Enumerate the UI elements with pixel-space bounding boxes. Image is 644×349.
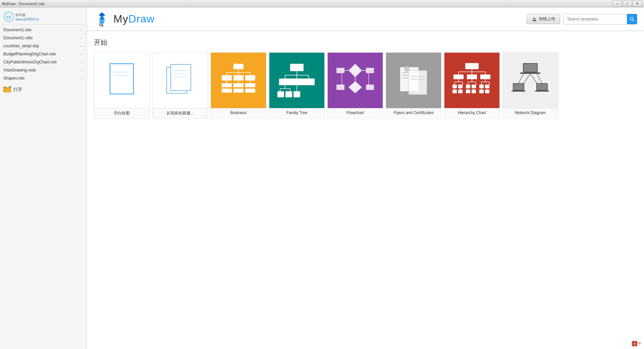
upload-button[interactable]: 拍线上传 bbox=[527, 14, 560, 24]
svg-rect-117 bbox=[485, 90, 489, 93]
sidebar-item-city[interactable]: CityPublicWorksOrgChart.ndx → bbox=[0, 58, 87, 66]
template-thumb-network bbox=[503, 53, 558, 108]
svg-rect-72 bbox=[366, 68, 374, 73]
svg-rect-75 bbox=[336, 85, 344, 90]
svg-marker-19 bbox=[533, 17, 536, 19]
svg-rect-63 bbox=[285, 91, 292, 97]
svg-line-128 bbox=[537, 74, 542, 83]
open-label: 打开 bbox=[13, 87, 22, 93]
sidebar-item-visio[interactable]: VisioDrawing.vsdx → bbox=[0, 66, 87, 74]
corner-logo-text: 中 bbox=[638, 341, 641, 346]
content-area: 开始 空白绘图 bbox=[87, 31, 644, 349]
svg-rect-4 bbox=[4, 88, 11, 92]
svg-rect-27 bbox=[171, 64, 191, 91]
template-thumb-blank bbox=[94, 53, 149, 108]
sidebar-item-doc1[interactable]: Document1.ndx → bbox=[0, 26, 87, 34]
section-title: 开始 bbox=[94, 38, 637, 47]
template-thumb-flowchart bbox=[328, 53, 383, 108]
svg-point-20 bbox=[630, 17, 633, 20]
svg-rect-105 bbox=[472, 85, 476, 88]
svg-line-127 bbox=[519, 74, 524, 83]
svg-rect-76 bbox=[366, 85, 374, 90]
svg-rect-99 bbox=[458, 85, 463, 88]
header: MyDraw 拍线上传 bbox=[87, 7, 644, 31]
svg-rect-45 bbox=[245, 83, 255, 87]
svg-text:S: S bbox=[634, 342, 636, 345]
sidebar-recent-files: Document1.ndx → Document1.ndtx → countri… bbox=[0, 26, 87, 82]
sidebar: 河东 软件园 www.pc0359.cn Document1.ndx → Doc… bbox=[0, 7, 87, 349]
minimize-button[interactable]: — bbox=[612, 1, 622, 7]
template-card-blank[interactable]: 空白绘图 bbox=[94, 52, 150, 118]
template-card-family[interactable]: Family Tree bbox=[269, 52, 325, 118]
svg-line-131 bbox=[530, 74, 537, 83]
svg-rect-37 bbox=[222, 75, 232, 81]
close-button[interactable]: ✕ bbox=[633, 1, 642, 7]
corner-logo: S 中 bbox=[632, 341, 641, 346]
svg-rect-48 bbox=[245, 89, 255, 93]
template-label-family: Family Tree bbox=[269, 108, 324, 117]
titlebar: MyDraw - Document1.ndx — □ ✕ bbox=[0, 0, 644, 7]
svg-rect-31 bbox=[233, 64, 244, 69]
open-button[interactable]: + 打开 bbox=[0, 84, 87, 96]
template-thumb-hierarchy bbox=[444, 53, 499, 108]
arrow-icon-budget: → bbox=[79, 52, 84, 56]
template-card-network[interactable]: Network Diagram bbox=[502, 52, 558, 118]
arrow-icon-city: → bbox=[79, 60, 84, 64]
svg-line-21 bbox=[633, 20, 634, 21]
folder-open-icon: + bbox=[3, 86, 11, 93]
titlebar-controls[interactable]: — □ ✕ bbox=[612, 1, 642, 7]
templates-grid: 空白绘图 从现有的新建... bbox=[94, 52, 637, 118]
svg-rect-18 bbox=[532, 20, 536, 21]
svg-rect-85 bbox=[465, 63, 479, 69]
flyers-thumb-svg bbox=[393, 60, 434, 101]
template-card-existing[interactable]: 从现有的新建... bbox=[152, 52, 208, 118]
brand-logo-icon bbox=[94, 11, 110, 27]
sidebar-item-budget[interactable]: BudgetPlanningOrgChart.ndx → bbox=[0, 50, 87, 58]
svg-rect-43 bbox=[222, 83, 232, 87]
search-button[interactable] bbox=[627, 14, 637, 24]
svg-rect-71 bbox=[336, 68, 344, 73]
template-thumb-family bbox=[269, 53, 324, 108]
svg-rect-98 bbox=[452, 85, 457, 88]
svg-rect-55 bbox=[279, 79, 291, 85]
business-thumb-svg bbox=[218, 60, 259, 101]
svg-rect-82 bbox=[409, 70, 427, 95]
search-box bbox=[564, 14, 637, 24]
svg-rect-115 bbox=[472, 90, 476, 93]
svg-rect-65 bbox=[293, 91, 300, 97]
template-thumb-business bbox=[211, 53, 266, 108]
template-thumb-existing bbox=[153, 53, 208, 108]
svg-text:+: + bbox=[9, 86, 11, 88]
main-content: MyDraw 拍线上传 bbox=[87, 7, 644, 349]
upload-label: 拍线上传 bbox=[539, 16, 555, 22]
svg-rect-111 bbox=[485, 85, 489, 88]
svg-rect-62 bbox=[277, 91, 284, 97]
maximize-button[interactable]: □ bbox=[623, 1, 632, 7]
arrow-icon-doc1t: → bbox=[79, 36, 84, 40]
header-right: 拍线上传 bbox=[527, 14, 637, 24]
svg-rect-47 bbox=[233, 89, 244, 93]
svg-marker-70 bbox=[348, 81, 362, 93]
template-card-flyers[interactable]: Flyers and Certificates bbox=[386, 52, 441, 118]
svg-rect-113 bbox=[458, 90, 463, 93]
template-card-hierarchy[interactable]: Hierarchy Chart bbox=[444, 52, 500, 118]
corner-logo-icon: S bbox=[632, 341, 637, 346]
arrow-icon-visio: → bbox=[79, 68, 84, 72]
svg-rect-112 bbox=[452, 90, 457, 93]
title-text: MyDraw - Document1.ndx bbox=[2, 2, 45, 6]
svg-rect-44 bbox=[233, 83, 244, 87]
search-icon bbox=[630, 17, 634, 21]
sidebar-item-doc1t[interactable]: Document1.ndtx → bbox=[0, 34, 87, 42]
sidebar-item-countries[interactable]: countries_simpl.shp → bbox=[0, 42, 87, 50]
arrow-icon-shapes: → bbox=[79, 76, 84, 81]
sidebar-logo-icon: 河东 bbox=[3, 11, 14, 22]
svg-rect-3 bbox=[3, 87, 6, 88]
template-card-flowchart[interactable]: Flowchart bbox=[327, 52, 383, 118]
svg-rect-116 bbox=[479, 90, 484, 93]
search-input[interactable] bbox=[564, 15, 627, 23]
template-card-business[interactable]: Business bbox=[211, 52, 266, 118]
sidebar-item-shapes[interactable]: Shapes.ndx → bbox=[0, 74, 87, 82]
svg-rect-57 bbox=[303, 79, 315, 85]
hierarchy-thumb-svg bbox=[452, 60, 492, 101]
svg-rect-126 bbox=[520, 72, 540, 74]
